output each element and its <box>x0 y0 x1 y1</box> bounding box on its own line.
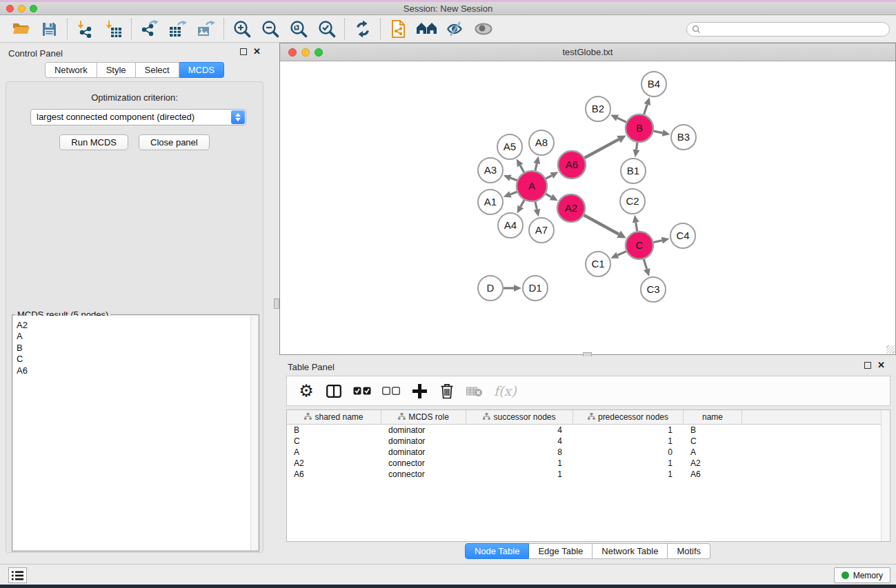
cell-successor-nodes[interactable]: 4 <box>466 425 573 435</box>
run-mcds-button[interactable]: Run MCDS <box>59 134 128 150</box>
show-graphics-details-icon[interactable] <box>469 18 497 40</box>
graph-edge[interactable] <box>510 178 517 181</box>
refresh-icon[interactable] <box>348 18 377 40</box>
cell-shared-name[interactable]: A2 <box>287 458 381 468</box>
cell-mcds-role[interactable]: connector <box>381 469 466 479</box>
close-table-panel-icon[interactable]: ✕ <box>877 362 885 369</box>
tab-mcds[interactable]: MCDS <box>179 62 224 78</box>
graph-edge[interactable] <box>520 165 524 172</box>
graph-edge[interactable] <box>535 163 537 170</box>
hide-graphics-details-icon[interactable] <box>441 18 469 40</box>
graph-edge[interactable] <box>584 215 619 234</box>
table-scrollbar[interactable] <box>881 410 890 541</box>
cell-predecessor-nodes[interactable]: 1 <box>573 425 684 435</box>
graph-edge[interactable] <box>510 192 517 194</box>
float-panel-icon[interactable] <box>240 48 247 55</box>
column-visibility-icon[interactable] <box>326 381 342 401</box>
table-row[interactable]: Bdominator41B <box>287 425 890 436</box>
cell-shared-name[interactable]: A6 <box>287 469 381 479</box>
open-session-icon[interactable] <box>7 18 35 40</box>
save-session-icon[interactable] <box>35 18 63 40</box>
cell-shared-name[interactable]: C <box>287 436 381 446</box>
cell-name[interactable]: A <box>684 447 742 457</box>
memory-button[interactable]: Memory <box>834 567 890 583</box>
column-header-successor-nodes[interactable]: successor nodes <box>466 410 573 424</box>
zoom-in-icon[interactable] <box>228 18 256 40</box>
graph-edge[interactable] <box>644 104 648 114</box>
close-panel-icon[interactable]: ✕ <box>253 48 261 55</box>
graph-edge[interactable] <box>653 241 661 243</box>
close-panel-button[interactable]: Close panel <box>139 134 210 150</box>
zoom-selected-icon[interactable] <box>312 18 341 40</box>
export-table-icon[interactable] <box>163 18 192 40</box>
criterion-dropdown[interactable]: largest connected component (directed) <box>30 109 246 125</box>
graph-edge[interactable] <box>617 252 626 256</box>
graph-edge[interactable] <box>636 143 637 150</box>
column-header-shared-name[interactable]: shared name <box>287 410 381 424</box>
network-canvas[interactable]: AA1A2A3A4A5A6A7A8BB1B2B3B4CC1C2C3C4DD1 <box>280 61 895 354</box>
table-row[interactable]: A2connector11A2 <box>287 458 890 469</box>
tab-node-table[interactable]: Node Table <box>465 543 530 559</box>
return-to-start-icon[interactable] <box>412 18 441 40</box>
graph-edge[interactable] <box>617 118 626 122</box>
tab-motifs[interactable]: Motifs <box>668 543 710 559</box>
cell-name[interactable]: C <box>684 436 742 446</box>
cell-predecessor-nodes[interactable]: 1 <box>573 469 684 479</box>
cell-name[interactable]: A6 <box>684 469 742 479</box>
tab-network[interactable]: Network <box>45 62 97 78</box>
delete-table-icon[interactable] <box>466 381 483 401</box>
cell-predecessor-nodes[interactable]: 1 <box>573 436 684 446</box>
delete-rows-icon[interactable] <box>439 381 455 401</box>
select-all-icon[interactable] <box>353 381 371 401</box>
tab-network-table[interactable]: Network Table <box>593 543 668 559</box>
graph-edge[interactable] <box>535 201 537 209</box>
graph-edge[interactable] <box>521 200 524 207</box>
export-image-icon[interactable] <box>192 18 220 40</box>
cell-name[interactable]: A2 <box>684 458 742 468</box>
float-table-panel-icon[interactable] <box>864 362 871 369</box>
import-table-icon[interactable] <box>99 18 128 40</box>
cell-mcds-role[interactable]: connector <box>381 458 466 468</box>
vertical-splitter-handle[interactable] <box>274 298 279 309</box>
task-history-button[interactable] <box>8 567 27 583</box>
graph-edge[interactable] <box>546 194 551 197</box>
table-row[interactable]: A6connector11A6 <box>287 469 890 480</box>
search-input[interactable] <box>704 25 877 34</box>
zoom-fit-icon[interactable] <box>284 18 312 40</box>
search-field[interactable] <box>686 22 890 37</box>
graph-edge[interactable] <box>584 139 619 158</box>
graph-edge[interactable] <box>654 131 663 133</box>
cell-successor-nodes[interactable]: 1 <box>466 469 573 479</box>
cell-shared-name[interactable]: B <box>287 425 381 435</box>
cell-name[interactable]: B <box>684 425 742 435</box>
tab-select[interactable]: Select <box>136 62 179 78</box>
zoom-out-icon[interactable] <box>256 18 284 40</box>
column-header-name[interactable]: name <box>684 410 742 424</box>
table-row[interactable]: Cdominator41C <box>287 436 890 447</box>
create-network-from-file-icon[interactable] <box>384 18 412 40</box>
cell-mcds-role[interactable]: dominator <box>381 447 466 457</box>
cell-mcds-role[interactable]: dominator <box>381 425 466 435</box>
cell-successor-nodes[interactable]: 1 <box>466 458 573 468</box>
cell-successor-nodes[interactable]: 4 <box>466 436 573 446</box>
graph-edge[interactable] <box>546 176 552 179</box>
resize-grip[interactable] <box>886 345 895 354</box>
table-row[interactable]: Adominator80A <box>287 447 890 458</box>
graph-edge[interactable] <box>644 259 646 269</box>
cell-predecessor-nodes[interactable]: 0 <box>573 447 684 457</box>
deselect-all-icon[interactable] <box>382 381 400 401</box>
tab-edge-table[interactable]: Edge Table <box>529 543 593 559</box>
column-header-predecessor-nodes[interactable]: predecessor nodes <box>573 410 684 424</box>
import-network-icon[interactable] <box>71 18 99 40</box>
graph-edge[interactable] <box>636 223 637 232</box>
table-settings-icon[interactable]: ⚙ <box>298 381 315 401</box>
add-row-icon[interactable] <box>411 381 428 401</box>
cell-predecessor-nodes[interactable]: 1 <box>573 458 684 468</box>
cell-successor-nodes[interactable]: 8 <box>466 447 573 457</box>
column-header-mcds-role[interactable]: MCDS role <box>381 410 466 424</box>
cell-shared-name[interactable]: A <box>287 447 381 457</box>
mcds-result-scrollbar[interactable] <box>250 316 258 550</box>
cell-mcds-role[interactable]: dominator <box>381 436 466 446</box>
export-network-icon[interactable] <box>135 18 163 40</box>
tab-style[interactable]: Style <box>97 62 136 78</box>
